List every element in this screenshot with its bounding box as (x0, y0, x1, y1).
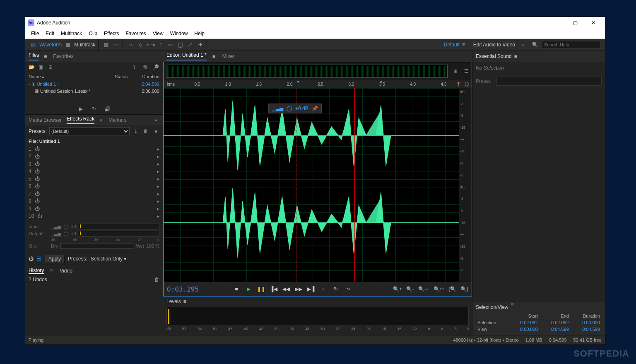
auto-play-icon[interactable]: 🔊 (104, 105, 111, 113)
brush-tool-icon[interactable]: ／ (187, 41, 194, 48)
sort-asc-icon[interactable]: ▴ (42, 74, 44, 79)
tab-files[interactable]: Files (29, 52, 39, 60)
preset-dropdown[interactable]: (Default) (49, 127, 130, 135)
selection-marker[interactable] (296, 88, 297, 282)
fx-slot[interactable]: 5⏻▸ (29, 175, 159, 183)
search-files-icon[interactable]: 🔎 (153, 64, 159, 71)
fx-menu-icon[interactable] (99, 120, 104, 121)
view-dur[interactable]: 0:04.599 (571, 326, 602, 333)
editor-menu-icon[interactable] (212, 56, 217, 57)
file-row[interactable]: ›⧗Untitled 1 * 0:04.599 (25, 80, 163, 87)
fx-slot[interactable]: 6⏻▸ (29, 183, 159, 190)
overview-navigator[interactable] (166, 65, 448, 78)
power-icon[interactable]: ⏻ (35, 198, 40, 204)
tab-markers[interactable]: Markers (108, 117, 126, 123)
tab-editor[interactable]: Editor: Untitled 1 * (166, 52, 207, 60)
fx-slot[interactable]: 2⏻▸ (29, 153, 159, 160)
power-icon[interactable]: ⏻ (35, 146, 40, 152)
tab-media-browser[interactable]: Media Browser (29, 117, 62, 123)
list-nav-icon[interactable]: ☰ (463, 67, 470, 75)
chevron-right-icon[interactable]: ▸ (157, 198, 159, 204)
fx-slot[interactable]: 8⏻▸ (29, 198, 159, 205)
file-row[interactable]: ▦Untitled Session 1.sesx * 0:30.000 (25, 87, 163, 94)
levels-menu-icon[interactable] (183, 301, 188, 302)
maximize-button[interactable]: ▢ (566, 17, 584, 29)
in-marker-icon[interactable]: ▼ (296, 80, 300, 84)
chevron-right-icon[interactable]: ▸ (157, 206, 159, 212)
playhead[interactable] (354, 88, 355, 282)
record-button[interactable]: ● (319, 285, 328, 293)
output-value[interactable]: +0 (71, 231, 76, 236)
zoom-in-point-icon[interactable]: {🔍 (448, 286, 456, 292)
zoom-out-icon[interactable]: 🔍- (406, 286, 414, 292)
waveform-view-icon[interactable]: ▤ (29, 41, 37, 48)
favorite-icon[interactable]: ★ (152, 128, 159, 135)
apply-button[interactable]: Apply (45, 255, 65, 263)
col-status[interactable]: Status (115, 74, 135, 80)
sel-start[interactable]: 0:02.082 (508, 319, 540, 326)
chevron-right-icon[interactable]: ▸ (157, 213, 159, 219)
trash-icon[interactable]: 🗑 (154, 277, 159, 282)
fx-slot[interactable]: 1⏻▸ (29, 145, 159, 153)
search-help-input[interactable] (541, 41, 601, 48)
hud-value[interactable]: +0 dB (295, 106, 308, 111)
chevron-right-icon[interactable]: ▸ (157, 169, 159, 174)
forward-button[interactable]: ▶▶ (294, 285, 303, 293)
power-icon[interactable]: ⏻ (35, 191, 40, 197)
menu-edit[interactable]: Edit (42, 31, 58, 36)
chevron-right-icon[interactable]: ▸ (157, 183, 159, 189)
loop-preview-icon[interactable]: ↻ (90, 105, 98, 113)
new-file-icon[interactable]: ⊞ (48, 64, 55, 71)
pause-button[interactable]: ❚❚ (257, 285, 265, 293)
fx-slot[interactable]: 7⏻▸ (29, 190, 159, 198)
menu-favorites[interactable]: Favorites (123, 31, 149, 36)
spectral-pitch-icon[interactable]: ⌁⌁ (113, 41, 120, 48)
record-file-icon[interactable]: ▣ (39, 64, 45, 71)
zoom-in-icon[interactable]: 🔍+ (393, 286, 402, 292)
waveform-view-button[interactable]: Waveform (39, 42, 62, 48)
menu-help[interactable]: Help (191, 31, 208, 36)
view-start[interactable]: 0:00.000 (508, 326, 540, 333)
play-preview-icon[interactable]: ▶ (77, 105, 84, 113)
marquee-tool-icon[interactable]: ▭ (167, 41, 174, 48)
tab-mixer[interactable]: Mixer (222, 53, 234, 59)
output-slider[interactable] (79, 231, 159, 236)
titlebar[interactable]: Au Adobe Audition — ▢ ✕ (25, 17, 605, 29)
razor-tool-icon[interactable]: ◇ (137, 41, 145, 48)
zoom-full-icon[interactable]: 🔍↔ (418, 286, 429, 292)
hud-gain[interactable]: ▁▃▅ ◯ +0 dB 📌 (268, 104, 322, 113)
menu-clip[interactable]: Clip (85, 31, 101, 36)
save-preset-icon[interactable]: ⤓ (132, 128, 140, 135)
es-menu-icon[interactable] (514, 56, 518, 57)
play-button[interactable]: ▶ (245, 285, 253, 293)
knob-icon[interactable]: ◯ (287, 106, 292, 111)
open-file-icon[interactable]: 📂 (29, 64, 35, 71)
zoom-nav-icon[interactable]: ⊕ (452, 67, 459, 75)
close-button[interactable]: ✕ (584, 17, 602, 29)
es-preset-dropdown[interactable] (496, 77, 602, 86)
lasso-tool-icon[interactable]: ◯ (177, 41, 184, 48)
workspace-overflow-icon[interactable]: » (520, 41, 527, 48)
delete-preset-icon[interactable]: 🗑 (142, 128, 149, 135)
wet-value[interactable]: 100 % (147, 243, 159, 248)
input-slider[interactable] (79, 224, 159, 229)
power-icon[interactable]: ⏻ (29, 256, 34, 262)
menu-view[interactable]: View (149, 31, 167, 36)
import-icon[interactable]: ⤵ (133, 64, 140, 71)
tab-history[interactable]: History (29, 268, 44, 274)
pin-icon[interactable]: 📌 (312, 106, 318, 111)
knob-icon[interactable]: ◯ (63, 224, 68, 229)
expand-icon[interactable]: › (29, 82, 30, 87)
list-icon[interactable]: ☰ (37, 256, 41, 262)
headphones-icon[interactable]: 🎧 (464, 82, 469, 87)
time-select-tool-icon[interactable]: 𝙸 (157, 41, 164, 48)
process-dropdown[interactable]: Selection Only ▾ (91, 256, 127, 262)
menu-window[interactable]: Window (167, 31, 191, 36)
chevron-right-icon[interactable]: ▸ (157, 176, 159, 182)
chevron-right-icon[interactable]: ▸ (157, 161, 159, 167)
menu-effects[interactable]: Effects (101, 31, 122, 36)
view-end[interactable]: 0:04.599 (540, 326, 571, 333)
tab-video[interactable]: Video (60, 268, 72, 274)
history-menu-icon[interactable] (50, 270, 54, 272)
chevron-right-icon[interactable]: ▸ (157, 146, 159, 152)
